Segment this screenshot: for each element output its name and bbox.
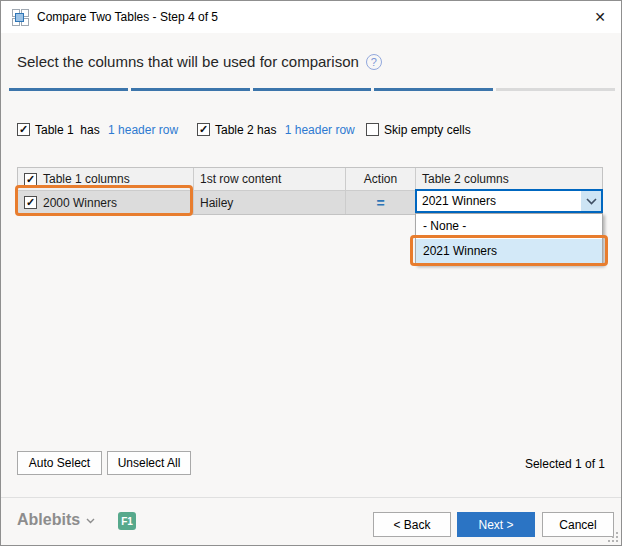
- header-cell-table1-columns: ✓ Table 1 columns: [18, 168, 194, 190]
- close-icon[interactable]: ✕: [587, 6, 613, 28]
- chevron-down-icon[interactable]: [581, 191, 601, 211]
- dropdown-item-2021-winners[interactable]: 2021 Winners: [416, 239, 602, 264]
- header-cell-1st-row-content: 1st row content: [194, 168, 346, 190]
- window-title: Compare Two Tables - Step 4 of 5: [37, 10, 218, 24]
- option-label: Table 2 has: [215, 123, 280, 137]
- f1-help-badge[interactable]: F1: [118, 512, 136, 530]
- progress-step-3: [253, 88, 372, 91]
- table2-column-combobox[interactable]: 2021 Winners: [415, 189, 603, 213]
- first-row-content-value: Hailey: [200, 196, 233, 210]
- footer-bar: Ablebits F1 < Back Next > Cancel: [1, 497, 621, 546]
- table2-header-row-link[interactable]: 1 header row: [285, 123, 355, 137]
- option-skip-empty-cells[interactable]: Skip empty cells: [366, 122, 471, 137]
- cancel-button[interactable]: Cancel: [542, 512, 614, 537]
- next-button[interactable]: Next >: [457, 512, 535, 537]
- progress-step-5: [496, 88, 615, 91]
- auto-select-button[interactable]: Auto Select: [17, 451, 102, 475]
- equals-action-icon: =: [376, 195, 384, 211]
- back-button[interactable]: < Back: [373, 512, 451, 537]
- resize-grip[interactable]: [607, 531, 619, 543]
- title-bar: Compare Two Tables - Step 4 of 5 ✕: [1, 1, 621, 33]
- header-cell-table2-columns: Table 2 columns: [416, 168, 600, 190]
- step-progress: [9, 88, 615, 91]
- page-title: Select the columns that will be used for…: [17, 53, 359, 70]
- option-label: Table 1 has: [35, 123, 103, 137]
- progress-step-4: [374, 88, 493, 91]
- cell-1st-row-content: Hailey: [194, 191, 346, 214]
- option-table2-header-row[interactable]: ✓ Table 2 has 1 header row: [197, 122, 355, 137]
- progress-step-1: [9, 88, 128, 91]
- table1-column-value: 2000 Winners: [43, 196, 117, 210]
- chevron-down-icon: [86, 516, 95, 524]
- combobox-value: 2021 Winners: [417, 194, 581, 208]
- option-table1-header-row[interactable]: ✓ Table 1 has 1 header row: [17, 122, 178, 137]
- column-header-label: 1st row content: [200, 172, 281, 186]
- table1-header-row-link[interactable]: 1 header row: [108, 123, 178, 137]
- dropdown-item-none[interactable]: - None -: [416, 214, 602, 239]
- cell-table1-column[interactable]: ✓ 2000 Winners: [18, 191, 194, 214]
- option-label: Skip empty cells: [384, 123, 471, 137]
- checkbox-checked-icon[interactable]: ✓: [197, 123, 210, 136]
- compare-tables-icon: [12, 9, 29, 26]
- selected-status: Selected 1 of 1: [525, 457, 605, 471]
- table-header-row: ✓ Table 1 columns 1st row content Action…: [18, 168, 602, 191]
- compare-tables-dialog: Compare Two Tables - Step 4 of 5 ✕ Selec…: [0, 0, 622, 546]
- header-cell-action: Action: [346, 168, 416, 190]
- help-icon[interactable]: ?: [366, 54, 382, 70]
- unselect-all-button[interactable]: Unselect All: [107, 451, 191, 475]
- ablebits-brand-menu[interactable]: Ablebits: [17, 511, 95, 529]
- brand-label: Ablebits: [17, 511, 80, 529]
- table2-column-dropdown: - None - 2021 Winners: [415, 213, 603, 265]
- column-header-label: Action: [364, 172, 397, 186]
- progress-step-2: [131, 88, 250, 91]
- checkbox-checked-icon[interactable]: ✓: [17, 123, 30, 136]
- checkbox-unchecked-icon[interactable]: [366, 123, 379, 136]
- column-header-label: Table 2 columns: [422, 172, 509, 186]
- checkbox-checked-icon[interactable]: ✓: [24, 196, 37, 209]
- heading-row: Select the columns that will be used for…: [17, 53, 382, 70]
- cell-action: =: [346, 191, 416, 214]
- checkbox-checked-icon[interactable]: ✓: [24, 173, 37, 186]
- column-header-label: Table 1 columns: [43, 172, 130, 186]
